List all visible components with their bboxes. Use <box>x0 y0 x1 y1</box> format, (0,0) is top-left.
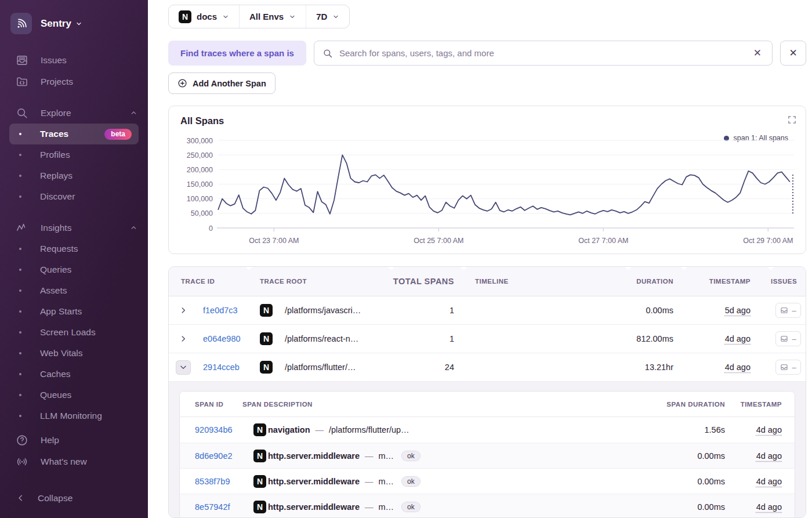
span-timestamp[interactable]: 4d ago <box>756 477 782 486</box>
sidebar-item-app-starts[interactable]: App Starts <box>9 301 139 322</box>
chevron-left-icon <box>16 493 26 503</box>
help-icon <box>16 434 28 447</box>
insights-icon <box>16 222 28 234</box>
bullet-icon <box>19 133 21 135</box>
span-table-row[interactable]: 920934b6 N navigation — /platforms/flutt… <box>180 417 795 443</box>
sidebar-item-issues[interactable]: Issues <box>0 49 148 71</box>
sidebar-item-llm-monitoring[interactable]: LLM Monitoring <box>9 405 139 426</box>
span-status-badge: ok <box>401 476 420 487</box>
chevron-down-icon <box>75 20 82 27</box>
column-resize-handle[interactable] <box>245 266 253 270</box>
total-spans-value: 24 <box>391 363 463 372</box>
sidebar-section-insights[interactable]: Insights <box>0 217 148 238</box>
span-description: m… <box>378 477 394 486</box>
svg-text:100,000: 100,000 <box>187 195 213 203</box>
column-resize-handle[interactable] <box>460 266 467 270</box>
span-op: http.server.middleware <box>268 502 360 512</box>
expand-trace-icon[interactable] <box>176 303 191 318</box>
chevron-down-icon <box>289 13 296 20</box>
span-id-link[interactable]: 8538f7b9 <box>180 477 242 486</box>
svg-text:150,000: 150,000 <box>187 180 213 189</box>
column-resize-handle[interactable] <box>680 266 688 270</box>
span-status-badge: ok <box>401 502 420 512</box>
all-spans-chart-canvas[interactable]: 050,000100,000150,000200,000250,000300,0… <box>169 106 804 253</box>
trace-timestamp[interactable]: 4d ago <box>725 363 751 372</box>
column-resize-handle[interactable] <box>387 266 395 270</box>
span-table-row[interactable]: 8e57942f N http.server.middleware — m… o… <box>180 494 795 518</box>
sidebar-item-discover[interactable]: Discover <box>9 186 139 207</box>
trace-table-row[interactable]: e064e980 N /platforms/react-n… 1 812.00m… <box>169 325 806 353</box>
col-trace-id: TRACE ID <box>169 278 249 285</box>
sidebar-section-explore[interactable]: Explore <box>0 102 148 124</box>
span-table-row[interactable]: 8d6e90e2 N http.server.middleware — m… o… <box>180 443 795 468</box>
sidebar: Sentry Issues Projects Explore Traces be… <box>0 0 148 518</box>
span-id-link[interactable]: 8e57942f <box>180 502 242 512</box>
span-search-row: Find traces where a span is ✕ ✕ <box>168 41 806 66</box>
main-content: N docs All Envs 7D Find traces where a s… <box>148 0 812 518</box>
sidebar-item-queues[interactable]: Queues <box>9 385 139 405</box>
bullet-icon <box>19 373 21 375</box>
sidebar-item-what-s-new[interactable]: What's new <box>0 451 148 472</box>
nextjs-project-icon: N <box>253 423 266 436</box>
nextjs-project-icon: N <box>260 304 273 317</box>
span-description: /platforms/flutter/up… <box>329 425 409 434</box>
sidebar-item-assets[interactable]: Assets <box>9 280 139 301</box>
sidebar-item-queries[interactable]: Queries <box>9 259 139 280</box>
clear-search-icon[interactable]: ✕ <box>751 46 764 60</box>
bullet-icon <box>19 195 21 198</box>
org-switcher[interactable]: Sentry <box>0 13 148 34</box>
trace-issues-button[interactable]: – <box>775 303 801 318</box>
bullet-icon <box>19 154 21 156</box>
svg-text:200,000: 200,000 <box>187 166 213 174</box>
trace-issues-button[interactable]: – <box>775 331 801 346</box>
span-timestamp[interactable]: 4d ago <box>756 425 782 434</box>
date-range-selector[interactable]: 7D <box>306 5 349 28</box>
beta-badge: beta <box>104 129 132 140</box>
span-table-row[interactable]: 8538f7b9 N http.server.middleware — m… o… <box>180 468 795 494</box>
span-status-badge: ok <box>401 451 420 461</box>
sidebar-item-web-vitals[interactable]: Web Vitals <box>9 343 139 364</box>
project-selector[interactable]: N docs <box>169 5 239 28</box>
sidebar-item-replays[interactable]: Replays <box>9 165 139 186</box>
span-timestamp[interactable]: 4d ago <box>756 502 782 512</box>
sidebar-item-help[interactable]: Help <box>0 429 148 451</box>
trace-issues-button[interactable]: – <box>775 360 801 375</box>
span-search-input[interactable] <box>339 48 745 58</box>
sidebar-item-projects[interactable]: Projects <box>0 71 148 92</box>
span-op: http.server.middleware <box>268 477 360 486</box>
remove-span-filter-button[interactable]: ✕ <box>780 41 806 66</box>
col-timestamp: TIMESTAMP <box>684 278 771 285</box>
sidebar-item-caches[interactable]: Caches <box>9 364 139 385</box>
nextjs-project-icon: N <box>260 332 273 345</box>
sidebar-item-requests[interactable]: Requests <box>9 238 139 259</box>
traces-table-header: TRACE ID TRACE ROOT TOTAL SPANS TIMELINE… <box>169 267 806 296</box>
span-id-link[interactable]: 920934b6 <box>180 425 242 434</box>
col-span-timestamp: TIMESTAMP <box>735 401 795 408</box>
span-description: m… <box>378 451 394 461</box>
trace-timestamp[interactable]: 4d ago <box>725 334 751 343</box>
trace-table-row[interactable]: 2914cceb N /platforms/flutter/… 24 13.21… <box>169 353 806 382</box>
sidebar-collapse-button[interactable]: Collapse <box>0 487 148 509</box>
sidebar-item-screen-loads[interactable]: Screen Loads <box>9 322 139 343</box>
environment-selector[interactable]: All Envs <box>239 5 306 28</box>
nextjs-project-icon: N <box>179 10 191 23</box>
span-duration: 0.00ms <box>672 477 735 486</box>
column-resize-handle[interactable] <box>625 266 632 270</box>
sidebar-item-traces[interactable]: Traces beta <box>9 124 139 144</box>
trace-timestamp[interactable]: 5d ago <box>725 306 751 315</box>
svg-text:Oct 29 7:00 AM: Oct 29 7:00 AM <box>743 237 793 245</box>
sidebar-item-profiles[interactable]: Profiles <box>9 144 139 165</box>
column-resize-handle[interactable] <box>767 266 775 270</box>
trace-id-link[interactable]: 2914cceb <box>195 363 249 372</box>
trace-table-row[interactable]: f1e0d7c3 N /platforms/javascri… 1 0.00ms… <box>169 296 806 325</box>
span-timestamp[interactable]: 4d ago <box>756 451 782 461</box>
trace-id-link[interactable]: e064e980 <box>195 334 249 343</box>
span-id-link[interactable]: 8d6e90e2 <box>180 451 242 461</box>
traces-table: TRACE ID TRACE ROOT TOTAL SPANS TIMELINE… <box>168 266 806 518</box>
expand-trace-icon[interactable] <box>176 360 191 375</box>
add-another-span-button[interactable]: Add Another Span <box>168 73 276 94</box>
span-search-box: ✕ <box>314 41 773 66</box>
sentry-logo-icon <box>10 13 32 34</box>
expand-trace-icon[interactable] <box>176 332 191 346</box>
trace-id-link[interactable]: f1e0d7c3 <box>195 306 249 315</box>
